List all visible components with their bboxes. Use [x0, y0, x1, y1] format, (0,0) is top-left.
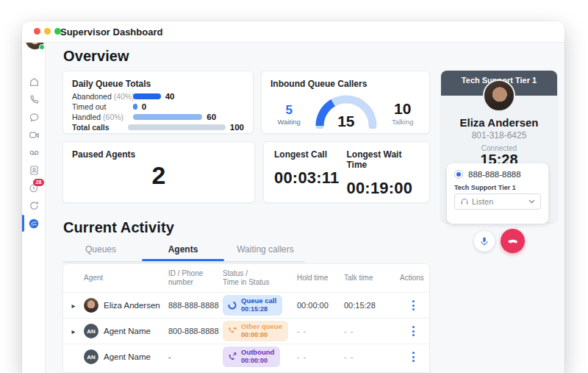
other-queue-icon [227, 326, 237, 336]
listen-mode-dropdown[interactable]: Listen [454, 193, 541, 210]
bar-abandoned [133, 93, 161, 99]
table-row: ▸ Eliza Andersen 888-888-8888 Queue call… [63, 292, 429, 318]
avatar: AN [84, 324, 98, 338]
sidebar-item-ai-assistant[interactable] [22, 218, 46, 229]
longest-call-value: 00:03:11 [274, 168, 347, 188]
agent-name: Eliza Andersen [104, 301, 160, 310]
sidebar-item-history[interactable]: 28 [22, 182, 46, 193]
hold-time: - - [297, 327, 344, 335]
card-title: Daily Queue Totals [72, 79, 244, 89]
talk-time: - - [344, 352, 400, 361]
row-actions-menu[interactable] [406, 349, 420, 364]
bar-timed-out [133, 104, 137, 110]
agents-table: Agent ID / Phone number Status /Time in … [62, 263, 430, 373]
sidebar-item-chat[interactable] [22, 112, 46, 123]
hold-time: - - [297, 352, 344, 361]
headset-icon [460, 197, 469, 206]
overview-heading: Overview [63, 48, 129, 65]
agent-name: Agent Name [104, 327, 151, 335]
daily-queue-totals-card: Daily Queue Totals Abandoned (40%) 40 Ti… [62, 71, 254, 134]
queue-call-icon [227, 300, 237, 310]
bar-handled [133, 114, 202, 120]
table-row: ▸ AN Agent Name 800-888-8888 Other queue… [63, 318, 429, 344]
current-activity-heading: Current Activity [63, 219, 174, 236]
card-title: Inbound Queue Callers [270, 79, 420, 89]
status-badge: Other queue00:00:00 [223, 321, 288, 341]
titlebar: Supervisor Dashboard [22, 21, 564, 43]
line-queue-label: Tech Support Tier 1 [454, 184, 541, 191]
presence-indicator [39, 44, 45, 50]
hang-up-icon [506, 235, 519, 247]
bar-total-calls [128, 124, 226, 130]
queue-gauge: 15 [311, 90, 381, 129]
table-header: Agent ID / Phone number Status /Time in … [63, 264, 429, 292]
card-title: Paused Agents [72, 149, 245, 160]
caller-avatar [483, 79, 515, 112]
agent-id: 888-888-8888 [168, 301, 223, 310]
mute-button[interactable] [474, 231, 495, 252]
refresh-icon [29, 200, 40, 211]
contact-card-icon [29, 165, 40, 176]
gauge-talking-stat: 10 Talking [392, 100, 414, 129]
expand-row-icon[interactable]: ▸ [63, 327, 84, 335]
sidebar-item-contacts[interactable] [22, 165, 46, 176]
outbound-call-icon [227, 352, 237, 362]
longest-wait-value: 00:19:00 [347, 179, 420, 198]
close-window-button[interactable] [34, 28, 40, 35]
tab-queues[interactable]: Queues [60, 244, 142, 261]
voicemail-icon [29, 147, 40, 158]
tab-divider [62, 261, 305, 263]
page-title: Supervisor Dashboard [60, 21, 162, 43]
sidebar-item-meetings[interactable] [22, 129, 46, 141]
end-call-button[interactable] [501, 229, 525, 253]
tab-agents[interactable]: Agents [142, 244, 224, 261]
chart-row-timed-out: Timed out 0 [72, 103, 244, 110]
gauge-waiting-stat: 5 Waiting [278, 103, 301, 129]
chevron-down-icon [528, 199, 535, 204]
ai-brain-icon [28, 218, 40, 230]
longest-times-card: Longest Call 00:03:11 Longest Wait Time … [263, 141, 430, 203]
expand-row-icon[interactable]: ▸ [63, 302, 84, 310]
window-controls [34, 28, 61, 35]
status-badge: Outbound00:00:00 [223, 347, 280, 366]
caller-number: 801-318-6425 [441, 130, 557, 141]
avatar [84, 298, 98, 313]
longest-call-stat: Longest Call 00:03:11 [274, 149, 347, 195]
agent-id: - [168, 352, 223, 361]
agent-id: 800-888-8888 [168, 327, 223, 335]
sidebar: 28 [22, 43, 46, 373]
chart-row-total-calls: Total calls 100 [72, 124, 244, 131]
microphone-icon [479, 236, 490, 246]
row-actions-menu[interactable] [406, 324, 420, 338]
agent-name: Agent Name [104, 352, 151, 361]
status-badge: Queue call00:15:28 [223, 295, 282, 315]
chat-icon [29, 112, 40, 123]
talk-time: - - [344, 327, 400, 335]
radio-selected-icon[interactable] [454, 170, 463, 179]
row-actions-menu[interactable] [406, 298, 420, 313]
sidebar-item-home[interactable] [22, 77, 46, 88]
listen-line-card: 888-888-8888 Tech Support Tier 1 Listen [447, 163, 548, 224]
minimize-window-button[interactable] [44, 28, 51, 35]
sidebar-item-calls[interactable] [22, 94, 46, 105]
line-radio-option[interactable]: 888-888-8888 [454, 170, 541, 179]
app-window: Supervisor Dashboard [22, 21, 564, 373]
avatar: AN [84, 349, 98, 364]
chart-row-abandoned: Abandoned (40%) 40 [72, 93, 244, 100]
paused-agents-card: Paused Agents 2 [62, 141, 255, 203]
video-camera-icon [29, 129, 40, 141]
tab-waiting-callers[interactable]: Waiting callers [224, 244, 306, 261]
inbound-queue-callers-card: Inbound Queue Callers 5 Waiting 15 10 Ta… [261, 71, 430, 134]
active-call-panel: Tech Support Tier 1 Eliza Andersen 801-3… [441, 71, 557, 222]
longest-wait-stat: Longest Wait Time 00:19:00 [347, 149, 420, 195]
table-row: AN Agent Name - Outbound00:00:00 - - - - [63, 344, 429, 369]
listen-mode-value: Listen [472, 197, 526, 206]
hold-time: 00:00:00 [297, 301, 344, 310]
sidebar-item-refresh[interactable] [22, 200, 46, 211]
gauge-total: 15 [311, 113, 381, 130]
caller-name: Eliza Andersen [441, 116, 557, 129]
line-number: 888-888-8888 [468, 170, 521, 179]
chart-row-handled: Handled (60%) 60 [72, 113, 244, 121]
sidebar-item-voicemail[interactable] [22, 147, 46, 158]
notification-badge: 28 [33, 179, 44, 186]
